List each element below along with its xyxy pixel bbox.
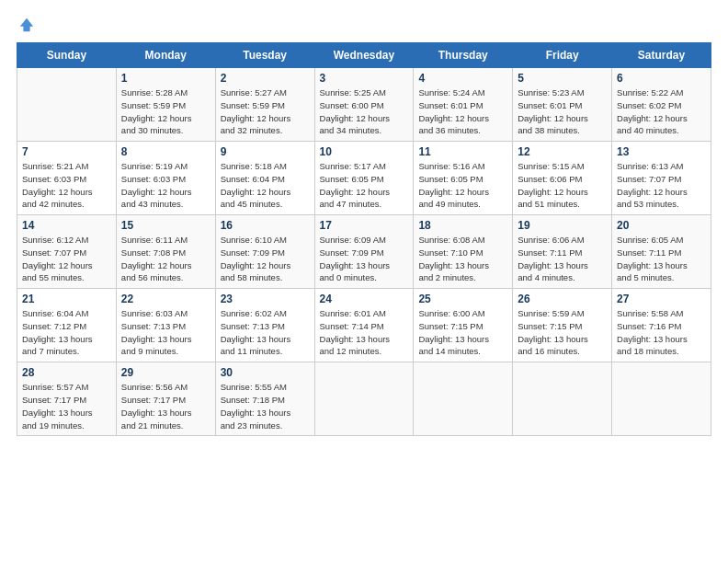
svg-marker-0 [20,18,33,31]
day-number: 30 [221,366,310,379]
day-number: 15 [121,219,210,232]
day-info: Sunrise: 5:23 AM Sunset: 6:01 PM Dayligh… [518,86,607,137]
calendar-cell: 19Sunrise: 6:06 AM Sunset: 7:11 PM Dayli… [513,215,612,289]
day-info: Sunrise: 6:01 AM Sunset: 7:14 PM Dayligh… [320,307,409,358]
calendar-cell: 10Sunrise: 5:17 AM Sunset: 6:05 PM Dayli… [314,142,414,215]
day-number: 22 [121,293,210,305]
calendar-cell: 28Sunrise: 5:57 AM Sunset: 7:17 PM Dayli… [17,362,117,436]
day-info: Sunrise: 6:08 AM Sunset: 7:10 PM Dayligh… [418,234,507,284]
day-number: 4 [418,72,507,85]
calendar-cell: 23Sunrise: 6:02 AM Sunset: 7:13 PM Dayli… [215,289,314,362]
day-number: 11 [418,145,507,158]
calendar-cell: 26Sunrise: 5:59 AM Sunset: 7:15 PM Dayli… [513,289,612,362]
weekday-header-wednesday: Wednesday [314,43,414,68]
day-number: 20 [617,219,706,232]
day-number: 12 [518,145,607,158]
day-info: Sunrise: 5:25 AM Sunset: 6:00 PM Dayligh… [320,86,409,137]
day-info: Sunrise: 5:59 AM Sunset: 7:15 PM Dayligh… [518,307,607,358]
calendar-cell: 11Sunrise: 5:16 AM Sunset: 6:05 PM Dayli… [414,142,513,215]
day-info: Sunrise: 5:56 AM Sunset: 7:17 PM Dayligh… [121,381,210,431]
calendar-cell [17,68,117,142]
calendar-cell [414,362,513,436]
calendar-cell: 25Sunrise: 6:00 AM Sunset: 7:15 PM Dayli… [414,289,513,362]
day-number: 25 [418,293,507,305]
day-info: Sunrise: 6:10 AM Sunset: 7:09 PM Dayligh… [221,234,310,284]
day-number: 19 [518,219,607,232]
calendar-cell: 7Sunrise: 5:21 AM Sunset: 6:03 PM Daylig… [17,142,117,215]
calendar-week-1: 1Sunrise: 5:28 AM Sunset: 5:59 PM Daylig… [17,68,711,142]
header [17,17,711,33]
day-number: 24 [320,293,409,305]
day-number: 21 [22,293,111,305]
day-info: Sunrise: 5:55 AM Sunset: 7:18 PM Dayligh… [221,381,310,431]
calendar-week-3: 14Sunrise: 6:12 AM Sunset: 7:07 PM Dayli… [17,215,711,289]
day-number: 5 [518,72,607,85]
day-info: Sunrise: 5:58 AM Sunset: 7:16 PM Dayligh… [617,307,706,358]
calendar-cell: 24Sunrise: 6:01 AM Sunset: 7:14 PM Dayli… [314,289,414,362]
calendar-cell: 21Sunrise: 6:04 AM Sunset: 7:12 PM Dayli… [17,289,117,362]
day-number: 17 [320,219,409,232]
day-info: Sunrise: 6:05 AM Sunset: 7:11 PM Dayligh… [617,234,706,284]
day-info: Sunrise: 5:57 AM Sunset: 7:17 PM Dayligh… [22,381,111,431]
day-number: 13 [617,145,706,158]
day-number: 2 [221,72,310,85]
day-number: 23 [221,293,310,305]
calendar-cell: 1Sunrise: 5:28 AM Sunset: 5:59 PM Daylig… [116,68,215,142]
calendar-cell: 14Sunrise: 6:12 AM Sunset: 7:07 PM Dayli… [17,215,117,289]
day-number: 16 [221,219,310,232]
calendar-cell: 2Sunrise: 5:27 AM Sunset: 5:59 PM Daylig… [215,68,314,142]
day-info: Sunrise: 5:27 AM Sunset: 5:59 PM Dayligh… [221,86,310,137]
day-info: Sunrise: 6:13 AM Sunset: 7:07 PM Dayligh… [617,160,706,211]
day-number: 10 [320,145,409,158]
day-info: Sunrise: 6:12 AM Sunset: 7:07 PM Dayligh… [22,234,111,284]
day-number: 28 [22,366,111,379]
calendar-cell: 9Sunrise: 5:18 AM Sunset: 6:04 PM Daylig… [215,142,314,215]
day-info: Sunrise: 5:21 AM Sunset: 6:03 PM Dayligh… [22,160,111,211]
calendar-cell: 15Sunrise: 6:11 AM Sunset: 7:08 PM Dayli… [116,215,215,289]
weekday-header-friday: Friday [513,43,612,68]
weekday-header-sunday: Sunday [17,43,117,68]
calendar-cell: 18Sunrise: 6:08 AM Sunset: 7:10 PM Dayli… [414,215,513,289]
calendar-week-5: 28Sunrise: 5:57 AM Sunset: 7:17 PM Dayli… [17,362,711,436]
page-container: SundayMondayTuesdayWednesdayThursdayFrid… [0,0,728,445]
calendar-week-4: 21Sunrise: 6:04 AM Sunset: 7:12 PM Dayli… [17,289,711,362]
day-number: 1 [121,72,210,85]
calendar-table: SundayMondayTuesdayWednesdayThursdayFrid… [17,42,711,436]
weekday-header-row: SundayMondayTuesdayWednesdayThursdayFrid… [17,43,711,68]
day-info: Sunrise: 6:04 AM Sunset: 7:12 PM Dayligh… [22,307,111,358]
calendar-cell: 22Sunrise: 6:03 AM Sunset: 7:13 PM Dayli… [116,289,215,362]
day-info: Sunrise: 5:16 AM Sunset: 6:05 PM Dayligh… [418,160,507,211]
day-info: Sunrise: 6:00 AM Sunset: 7:15 PM Dayligh… [418,307,507,358]
day-number: 9 [221,145,310,158]
day-number: 6 [617,72,706,85]
day-number: 29 [121,366,210,379]
weekday-header-thursday: Thursday [414,43,513,68]
weekday-header-monday: Monday [116,43,215,68]
calendar-cell: 6Sunrise: 5:22 AM Sunset: 6:02 PM Daylig… [612,68,711,142]
day-info: Sunrise: 6:02 AM Sunset: 7:13 PM Dayligh… [221,307,310,358]
calendar-cell [513,362,612,436]
calendar-cell: 30Sunrise: 5:55 AM Sunset: 7:18 PM Dayli… [215,362,314,436]
weekday-header-saturday: Saturday [612,43,711,68]
calendar-cell: 5Sunrise: 5:23 AM Sunset: 6:01 PM Daylig… [513,68,612,142]
day-number: 26 [518,293,607,305]
day-info: Sunrise: 5:17 AM Sunset: 6:05 PM Dayligh… [320,160,409,211]
calendar-cell: 3Sunrise: 5:25 AM Sunset: 6:00 PM Daylig… [314,68,414,142]
day-info: Sunrise: 6:03 AM Sunset: 7:13 PM Dayligh… [121,307,210,358]
day-info: Sunrise: 5:24 AM Sunset: 6:01 PM Dayligh… [418,86,507,137]
calendar-cell: 27Sunrise: 5:58 AM Sunset: 7:16 PM Dayli… [612,289,711,362]
logo-icon [18,17,35,33]
day-info: Sunrise: 6:11 AM Sunset: 7:08 PM Dayligh… [121,234,210,284]
day-info: Sunrise: 5:18 AM Sunset: 6:04 PM Dayligh… [221,160,310,211]
calendar-cell [314,362,414,436]
day-number: 8 [121,145,210,158]
day-info: Sunrise: 5:28 AM Sunset: 5:59 PM Dayligh… [121,86,210,137]
calendar-cell: 20Sunrise: 6:05 AM Sunset: 7:11 PM Dayli… [612,215,711,289]
day-number: 7 [22,145,111,158]
day-number: 3 [320,72,409,85]
day-number: 18 [418,219,507,232]
day-info: Sunrise: 6:09 AM Sunset: 7:09 PM Dayligh… [320,234,409,284]
calendar-cell: 29Sunrise: 5:56 AM Sunset: 7:17 PM Dayli… [116,362,215,436]
calendar-cell [612,362,711,436]
day-info: Sunrise: 5:19 AM Sunset: 6:03 PM Dayligh… [121,160,210,211]
